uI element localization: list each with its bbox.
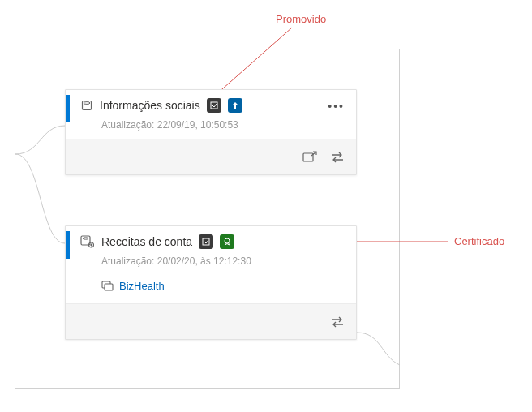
share-icon[interactable] (302, 151, 317, 164)
swap-icon[interactable] (330, 316, 345, 328)
callout-certified: Certificado (454, 235, 504, 247)
card-title: Informações sociais (100, 99, 200, 112)
lineage-card[interactable]: Informações sociais ••• Atualização: 22/… (65, 89, 357, 175)
related-link-row: BizHealth (66, 275, 356, 303)
card-header: Informações sociais ••• (66, 90, 356, 116)
card-footer (66, 139, 356, 174)
lineage-card[interactable]: Receitas de conta Atualização: 20/02/20,… (65, 225, 357, 340)
callout-promoted: Promovido (276, 13, 326, 25)
svg-point-12 (225, 238, 230, 243)
sensitivity-badge-icon (207, 98, 221, 113)
card-header: Receitas de conta (66, 226, 356, 252)
swap-icon[interactable] (330, 152, 345, 163)
card-title: Receitas de conta (101, 235, 192, 248)
svg-rect-6 (211, 102, 217, 109)
svg-rect-14 (105, 284, 113, 290)
promoted-badge-icon (228, 98, 242, 113)
card-subtitle: Atualização: 20/02/20, às 12:12:30 (66, 252, 356, 275)
more-options-button[interactable]: ••• (328, 100, 345, 113)
svg-point-5 (84, 102, 90, 105)
svg-point-9 (83, 238, 88, 239)
workspace-link[interactable]: BizHealth (119, 280, 165, 292)
card-subtitle: Atualização: 22/09/19, 10:50:53 (66, 116, 356, 139)
dataflow-icon (80, 235, 95, 248)
svg-rect-11 (203, 238, 209, 245)
sensitivity-badge-icon (199, 234, 213, 249)
card-footer (66, 303, 356, 339)
svg-rect-7 (303, 153, 313, 161)
dataset-icon (80, 99, 93, 112)
workspace-icon (101, 281, 114, 292)
certified-badge-icon (220, 234, 234, 249)
